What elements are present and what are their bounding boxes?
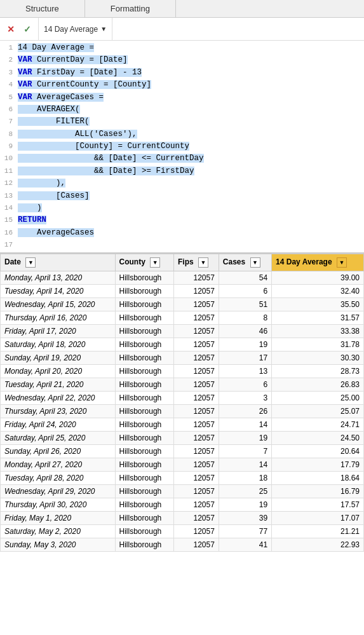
cell-fips: 12057 [174, 525, 219, 538]
table-row: Sunday, May 3, 2020 Hillsborough 12057 4… [1, 538, 364, 552]
code-line-3: 3 VAR FirstDay = [Date] - 13 [0, 67, 364, 79]
cell-fips: 12057 [174, 298, 219, 311]
cases-filter-button[interactable]: ▼ [250, 257, 260, 268]
cell-date: Sunday, April 26, 2020 [1, 445, 116, 458]
table-row: Tuesday, April 14, 2020 Hillsborough 120… [1, 285, 364, 298]
cell-avg: 24.71 [272, 418, 364, 432]
cell-cases: 54 [219, 271, 271, 285]
chevron-down-icon: ▼ [100, 25, 107, 32]
table-row: Sunday, April 19, 2020 Hillsborough 1205… [1, 352, 364, 365]
cell-county: Hillsborough [115, 485, 174, 498]
table-row: Thursday, April 23, 2020 Hillsborough 12… [1, 405, 364, 418]
cell-fips: 12057 [174, 445, 219, 458]
cell-date: Monday, April 27, 2020 [1, 458, 116, 472]
table-row: Monday, April 20, 2020 Hillsborough 1205… [1, 365, 364, 378]
cell-cases: 14 [219, 458, 271, 472]
measure-name[interactable]: 14 Day Average ▼ [39, 18, 112, 40]
top-tabs: Structure Formatting [0, 0, 364, 18]
cell-county: Hillsborough [115, 445, 174, 458]
cell-county: Hillsborough [115, 311, 174, 325]
cell-date: Sunday, April 19, 2020 [1, 352, 116, 365]
code-line-9: 9 [County] = CurrentCounty [0, 140, 364, 153]
cell-avg: 31.78 [272, 338, 364, 352]
cell-avg: 25.07 [272, 405, 364, 418]
cell-date: Friday, May 1, 2020 [1, 512, 116, 525]
cell-fips: 12057 [174, 325, 219, 338]
cell-date: Saturday, May 2, 2020 [1, 525, 116, 538]
cell-cases: 3 [219, 392, 271, 405]
code-line-13: 13 [Cases] [0, 190, 364, 202]
cell-fips: 12057 [174, 352, 219, 365]
table-body: Monday, April 13, 2020 Hillsborough 1205… [1, 271, 364, 552]
code-editor[interactable]: 1 14 Day Average = 2 VAR CurrentDay = [D… [0, 41, 364, 253]
cell-avg: 39.00 [272, 271, 364, 285]
fips-filter-button[interactable]: ▼ [198, 257, 208, 268]
cell-date: Tuesday, April 28, 2020 [1, 472, 116, 485]
cell-fips: 12057 [174, 405, 219, 418]
cell-cases: 7 [219, 445, 271, 458]
table-row: Saturday, April 25, 2020 Hillsborough 12… [1, 432, 364, 445]
table-row: Monday, April 27, 2020 Hillsborough 1205… [1, 458, 364, 472]
cell-county: Hillsborough [115, 405, 174, 418]
cell-cases: 8 [219, 311, 271, 325]
cell-date: Sunday, May 3, 2020 [1, 538, 116, 552]
cell-date: Thursday, April 16, 2020 [1, 311, 116, 325]
confirm-button[interactable]: ✓ [20, 22, 34, 36]
cell-fips: 12057 [174, 311, 219, 325]
cell-fips: 12057 [174, 432, 219, 445]
table-row: Wednesday, April 15, 2020 Hillsborough 1… [1, 298, 364, 311]
cell-avg: 26.83 [272, 378, 364, 392]
col-header-date: Date ▼ [1, 254, 116, 271]
tab-structure[interactable]: Structure [0, 0, 85, 17]
date-filter-button[interactable]: ▼ [25, 257, 36, 268]
cell-county: Hillsborough [115, 498, 174, 512]
data-table: Date ▼ County ▼ Fips ▼ Cases ▼ 14 Day Av… [0, 254, 364, 552]
cell-date: Thursday, April 23, 2020 [1, 405, 116, 418]
cell-date: Tuesday, April 14, 2020 [1, 285, 116, 298]
cell-county: Hillsborough [115, 338, 174, 352]
cell-fips: 12057 [174, 338, 219, 352]
cell-date: Saturday, April 25, 2020 [1, 432, 116, 445]
cell-fips: 12057 [174, 418, 219, 432]
cell-date: Monday, April 13, 2020 [1, 271, 116, 285]
cell-avg: 25.00 [272, 392, 364, 405]
table-row: Monday, April 13, 2020 Hillsborough 1205… [1, 271, 364, 285]
cell-county: Hillsborough [115, 525, 174, 538]
cell-avg: 24.50 [272, 432, 364, 445]
code-line-6: 6 AVERAGEX( [0, 104, 364, 116]
cell-cases: 46 [219, 325, 271, 338]
cell-avg: 16.79 [272, 485, 364, 498]
cell-fips: 12057 [174, 512, 219, 525]
cell-cases: 41 [219, 538, 271, 552]
table-row: Sunday, April 26, 2020 Hillsborough 1205… [1, 445, 364, 458]
cell-avg: 30.30 [272, 352, 364, 365]
cell-fips: 12057 [174, 392, 219, 405]
cell-cases: 6 [219, 378, 271, 392]
county-filter-button[interactable]: ▼ [150, 257, 160, 268]
cell-date: Tuesday, April 21, 2020 [1, 378, 116, 392]
cell-cases: 18 [219, 472, 271, 485]
cell-county: Hillsborough [115, 271, 174, 285]
cell-cases: 77 [219, 525, 271, 538]
col-header-avg: 14 Day Average ▼ [272, 254, 364, 271]
table-row: Tuesday, April 28, 2020 Hillsborough 120… [1, 472, 364, 485]
cell-date: Wednesday, April 22, 2020 [1, 392, 116, 405]
cell-cases: 51 [219, 298, 271, 311]
avg-filter-button[interactable]: ▼ [337, 257, 347, 268]
tab-formatting[interactable]: Formatting [85, 0, 176, 17]
cell-date: Monday, April 20, 2020 [1, 365, 116, 378]
code-line-10: 10 && [Date] <= CurrentDay [0, 153, 364, 165]
cancel-button[interactable]: ✕ [4, 22, 18, 36]
cell-cases: 19 [219, 338, 271, 352]
code-line-16: 16 AverageCases [0, 227, 364, 239]
cell-fips: 12057 [174, 458, 219, 472]
cell-cases: 19 [219, 432, 271, 445]
cell-county: Hillsborough [115, 392, 174, 405]
code-line-11: 11 && [Date] >= FirstDay [0, 165, 364, 177]
cell-date: Friday, April 24, 2020 [1, 418, 116, 432]
code-line-1: 1 14 Day Average = [0, 42, 364, 54]
cell-cases: 6 [219, 285, 271, 298]
cell-fips: 12057 [174, 378, 219, 392]
table-row: Tuesday, April 21, 2020 Hillsborough 120… [1, 378, 364, 392]
cell-avg: 17.79 [272, 458, 364, 472]
